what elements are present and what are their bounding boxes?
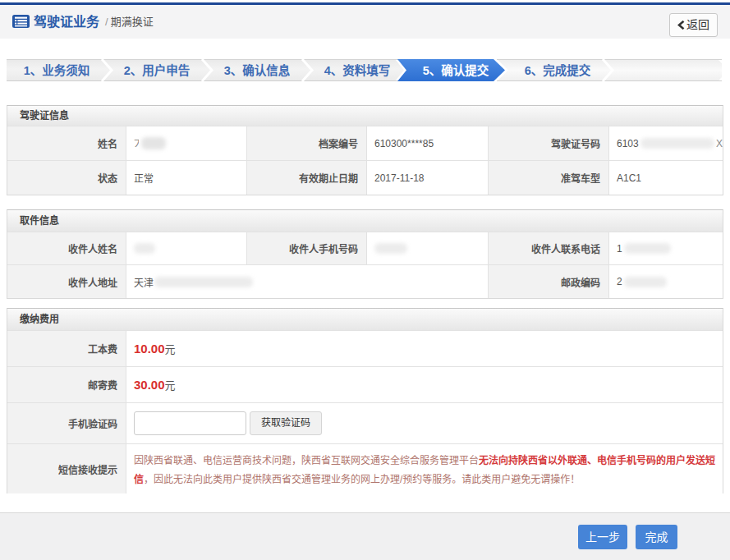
- svg-text:1、业务须知: 1、业务须知: [24, 63, 90, 77]
- svg-text:6、完成提交: 6、完成提交: [525, 63, 591, 77]
- svg-text:5、确认提交: 5、确认提交: [423, 63, 489, 77]
- svg-text:2、用户申告: 2、用户申告: [124, 63, 191, 77]
- svg-text:3、确认信息: 3、确认信息: [224, 63, 291, 77]
- svg-text:4、资料填写: 4、资料填写: [324, 63, 391, 77]
